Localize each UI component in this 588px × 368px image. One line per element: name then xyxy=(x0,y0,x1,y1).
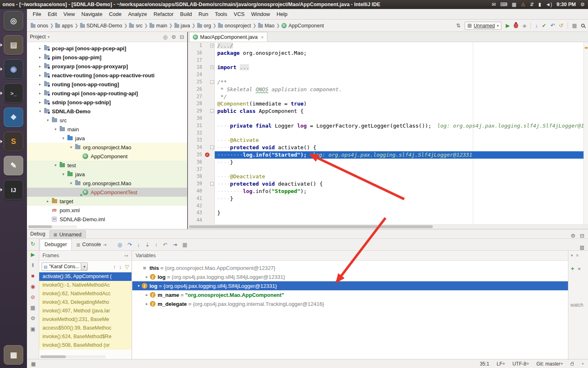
project-node-appcomponent[interactable]: CAppComponent xyxy=(27,152,187,161)
menu-code[interactable]: Code xyxy=(106,9,125,20)
breadcrumb-appcomponent[interactable]: CAppComponent xyxy=(281,23,324,29)
settings-icon[interactable]: ⚙ xyxy=(31,316,36,321)
fold-marker-icon[interactable]: - xyxy=(210,182,214,186)
menu-window[interactable]: Window xyxy=(248,9,273,20)
breadcrumb-main[interactable]: main xyxy=(149,23,167,29)
frame-row[interactable]: activate():35, AppComponent ( xyxy=(39,272,131,281)
hide-icon[interactable]: ⊟ xyxy=(580,233,584,238)
breadcrumb-org[interactable]: org xyxy=(197,23,212,29)
add-watch-icon[interactable]: + xyxy=(571,265,574,272)
vcs-rollback-icon[interactable]: ↶ xyxy=(550,23,555,28)
error-stripe[interactable] xyxy=(584,42,588,224)
dock-app-blue[interactable]: ❖ xyxy=(4,108,23,127)
mute-breakpoints-icon[interactable]: ⊘ xyxy=(31,294,35,300)
line-number[interactable]: 33 xyxy=(188,137,204,144)
rerun-icon[interactable]: ↻ xyxy=(31,241,35,247)
line-number[interactable]: 28 xyxy=(188,100,204,108)
settings-icon[interactable]: ⚙ xyxy=(171,34,176,40)
chevron-down-icon[interactable]: ▾ xyxy=(48,35,49,39)
tree-arrow-icon[interactable]: ▾ xyxy=(45,118,51,122)
breadcrumb-mao[interactable]: Mao xyxy=(258,23,275,29)
search-icon[interactable] xyxy=(581,24,585,27)
run-icon[interactable]: ▶ xyxy=(506,23,510,28)
variable-log[interactable]: ▾flog = {org.ops4j.pax.logging.slf4j.Slf… xyxy=(132,281,568,290)
tree-arrow-icon[interactable]: ▾ xyxy=(37,109,43,113)
menu-navigate[interactable]: Navigate xyxy=(78,9,105,20)
tab-debugger[interactable]: Debugger xyxy=(40,239,72,250)
project-node-routing[interactable]: ▸routing [onos-app-routing] xyxy=(27,80,187,89)
git-branch-widget[interactable]: Git: master÷ xyxy=(536,361,563,367)
clock-label[interactable]: 9:30 PM xyxy=(557,2,576,7)
line-number[interactable]: 1 xyxy=(188,42,204,49)
menu-refactor[interactable]: Refactor xyxy=(150,9,177,20)
menu-help[interactable]: Help xyxy=(273,9,291,20)
project-node-test[interactable]: ▾test xyxy=(27,161,187,170)
project-node-sdnlab-demo[interactable]: ▾SDNLAB-Demo xyxy=(27,107,187,116)
editor-line-44[interactable]: 44 xyxy=(188,217,588,224)
breadcrumb-apps[interactable]: apps xyxy=(55,23,73,29)
line-number[interactable]: 31 xyxy=(188,122,204,130)
editor-line-18[interactable]: 18+import ... xyxy=(188,64,588,71)
editor-line-37[interactable]: 37 xyxy=(188,166,588,173)
coverage-icon[interactable]: ◈ xyxy=(522,23,526,28)
line-number[interactable]: 40 xyxy=(188,188,204,195)
project-node-main[interactable]: ▾main xyxy=(27,125,187,134)
variable-m_delegate[interactable]: ▸fm_delegate = {org.ops4j.pax.logging.in… xyxy=(132,299,568,308)
editor-line-30[interactable]: 30 xyxy=(188,115,588,122)
breadcrumb-onosproject[interactable]: onosproject xyxy=(218,23,252,29)
line-number[interactable]: 41 xyxy=(188,195,204,202)
editor-line-25[interactable]: 25-/** xyxy=(188,79,588,86)
frames-hscrollbar[interactable] xyxy=(40,355,106,358)
dock-files[interactable]: ▤ xyxy=(4,35,23,55)
readonly-lock-icon[interactable] xyxy=(570,363,574,366)
encoding-widget[interactable]: UTF-8÷ xyxy=(512,361,529,367)
stop-icon[interactable]: ■ xyxy=(31,273,35,278)
pause-icon[interactable]: ‖ xyxy=(32,263,34,268)
line-separator-widget[interactable]: LF÷ xyxy=(497,361,505,367)
project-node-pom.xml[interactable]: mpom.xml xyxy=(27,206,187,215)
menu-edit[interactable]: Edit xyxy=(45,9,60,20)
editor-line-26[interactable]: 26 * Skeletal ONOS application component… xyxy=(188,86,588,93)
editor-line-27[interactable]: 27 */ xyxy=(188,93,588,101)
vcs-commit-icon[interactable]: ✔ xyxy=(542,23,546,28)
window-icon[interactable]: ▦ xyxy=(572,23,577,28)
project-node-src[interactable]: ▾src xyxy=(27,116,187,125)
frame-up-icon[interactable]: ↑ xyxy=(113,264,116,269)
project-node-appcomponenttest[interactable]: CAppComponentTest xyxy=(27,188,187,197)
editor-line-29[interactable]: 29-public class AppComponent { xyxy=(188,108,588,115)
project-node-pcep-api[interactable]: ▸pcep-api [onos-app-pcep-api] xyxy=(27,44,187,53)
hide-icon[interactable]: ⊟ xyxy=(180,34,184,40)
project-node-java[interactable]: ▾java xyxy=(27,170,187,179)
frame-row[interactable]: invokeMethod():231, BaseMe xyxy=(39,315,131,324)
toolwindow-toggle-icon[interactable]: ▦ xyxy=(31,361,36,366)
tree-arrow-icon[interactable]: ▸ xyxy=(37,100,43,104)
frame-row[interactable]: invoke():62, NativeMethodAcc xyxy=(39,289,131,298)
tree-arrow-icon[interactable]: ▾ xyxy=(68,181,74,185)
line-number[interactable]: 36 xyxy=(188,159,204,166)
project-panel-title[interactable]: Project xyxy=(30,34,46,40)
project-node-proxyarp[interactable]: ▸proxyarp [onos-app-proxyarp] xyxy=(27,62,187,71)
editor-body[interactable]: 1+/.../16package org.onosproject.Mao;171… xyxy=(188,42,588,224)
line-number[interactable]: 29 xyxy=(188,108,204,115)
sort-icon[interactable]: ⇅ xyxy=(456,23,461,28)
tree-arrow-icon[interactable]: ▸ xyxy=(45,199,51,203)
tree-arrow-icon[interactable]: ▸ xyxy=(37,55,43,59)
history-icon[interactable]: ↺ xyxy=(559,23,564,28)
line-number[interactable]: 27 xyxy=(188,93,204,101)
breadcrumb-java[interactable]: java xyxy=(174,23,191,29)
line-number[interactable]: 44 xyxy=(188,217,204,224)
evaluate-icon[interactable]: ▦ xyxy=(183,242,187,247)
editor-line-43[interactable]: 43} xyxy=(188,209,588,217)
pin-icon[interactable]: ↦ xyxy=(125,253,128,258)
breakpoint-icon[interactable]: ✓ xyxy=(205,153,209,157)
sync-icon[interactable]: ⇵ xyxy=(530,2,534,7)
editor-line-34[interactable]: 34-····protected void activate() { xyxy=(188,144,588,151)
line-number[interactable]: 35 xyxy=(188,151,204,159)
editor-tab[interactable]: C Mao/AppComponent.java × xyxy=(189,32,267,42)
mail-icon[interactable]: ✉ xyxy=(492,2,496,7)
line-number[interactable]: 25 xyxy=(188,79,204,86)
editor-line-16[interactable]: 16package org.onosproject.Mao; xyxy=(188,49,588,57)
breadcrumb-sdnlab-demo[interactable]: SDNLAB-Demo xyxy=(80,23,123,29)
project-node-org.onosproject.mao[interactable]: ▾org.onosproject.Mao xyxy=(27,179,187,188)
menu-analyze[interactable]: Analyze xyxy=(125,9,150,20)
